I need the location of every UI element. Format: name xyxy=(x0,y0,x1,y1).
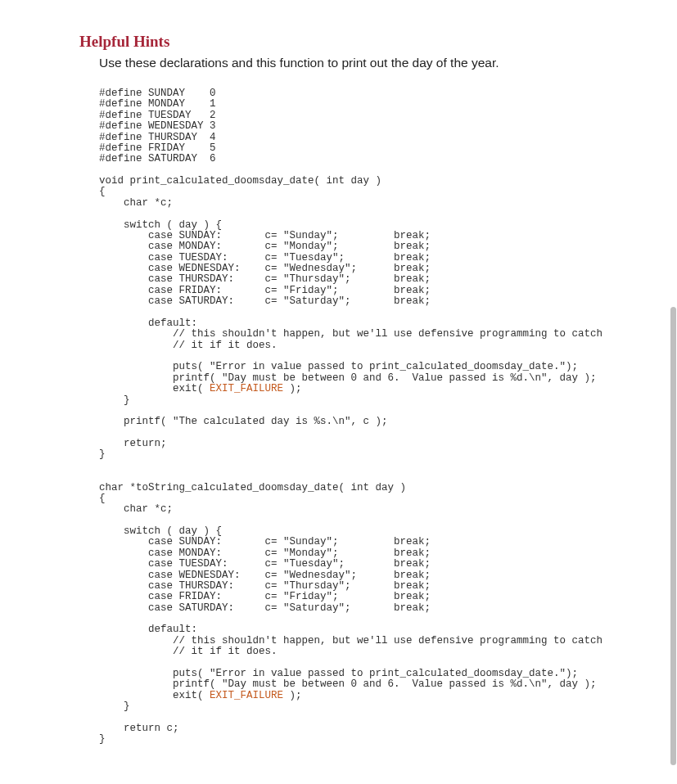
code-highlight: EXIT_FAILURE xyxy=(210,690,283,701)
scrollbar[interactable] xyxy=(670,0,677,778)
intro-text: Use these declarations and this function… xyxy=(99,56,661,70)
code-block: #define SUNDAY 0 #define MONDAY 1 #defin… xyxy=(99,88,661,746)
code-highlight: EXIT_FAILURE xyxy=(210,383,283,394)
document-content: Helpful Hints Use these declarations and… xyxy=(0,0,677,778)
scroll-thumb[interactable] xyxy=(670,307,676,765)
section-heading: Helpful Hints xyxy=(79,33,661,51)
